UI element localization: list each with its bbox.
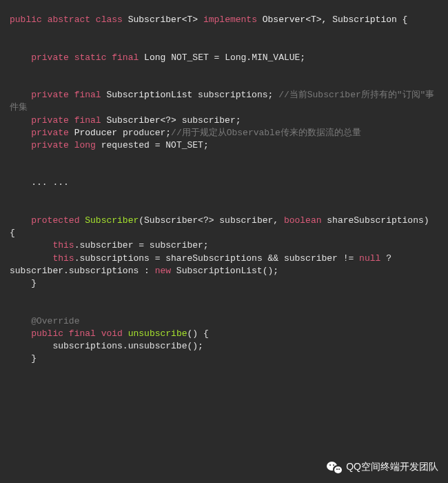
- blank-line: [10, 64, 438, 77]
- brace-close: }: [31, 353, 37, 364]
- code-line: private final SubscriptionList subscript…: [10, 89, 438, 114]
- code-text: () {: [187, 328, 209, 339]
- blank-line: [10, 202, 438, 215]
- code-text: subscriptions;: [198, 90, 273, 100]
- classname: Subscriber<T>: [128, 14, 198, 25]
- keyword-final: final: [69, 328, 96, 339]
- type: Long: [144, 52, 165, 63]
- code-line: ... ...: [10, 177, 438, 189]
- code-line: }: [10, 277, 438, 290]
- code-text: subscriber;: [182, 115, 241, 126]
- blank-line: [10, 77, 438, 89]
- code-line: private Producer producer;//用于规定从Observa…: [10, 127, 438, 139]
- keyword-private: private: [31, 115, 69, 126]
- method-name: unsubscribe: [128, 328, 187, 339]
- keyword-null: null: [359, 253, 380, 264]
- keyword-void: void: [101, 328, 123, 339]
- keyword-public: public: [31, 328, 63, 339]
- code-line: private long requested = NOT_SET;: [10, 139, 438, 152]
- method-name: Subscriber: [85, 215, 139, 226]
- blank-line: [10, 290, 438, 302]
- type: Subscriber<?>: [106, 115, 176, 126]
- code-line: private final Subscriber<?> subscriber;: [10, 115, 438, 127]
- code-text: NOT_SET = Long.MIN_VALUE;: [171, 52, 305, 63]
- blank-line: [10, 190, 438, 202]
- keyword-private: private: [31, 90, 69, 100]
- code-line: this.subscriptions = shareSubscriptions …: [10, 253, 438, 277]
- keyword-abstract: abstract: [48, 14, 90, 25]
- code-text: subscriptions.unsubscribe();: [52, 341, 203, 351]
- wechat-icon: [327, 461, 342, 473]
- keyword-final: final: [112, 52, 139, 63]
- code-line: subscriptions.unsubscribe();: [10, 340, 438, 353]
- keyword-final: final: [74, 90, 101, 100]
- keyword-long: long: [74, 140, 96, 150]
- code-line: private static final Long NOT_SET = Long…: [10, 52, 438, 64]
- blank-line: [10, 302, 438, 315]
- blank-line: [10, 152, 438, 164]
- type: SubscriptionList: [106, 90, 192, 100]
- keyword-final: final: [74, 115, 101, 126]
- annotation-override: @Override: [31, 316, 79, 326]
- code-line: protected Subscriber(Subscriber<?> subsc…: [10, 215, 438, 239]
- keyword-private: private: [31, 128, 69, 138]
- blank-line: [10, 26, 438, 39]
- blank-line: [10, 164, 438, 177]
- keyword-private: private: [31, 140, 69, 150]
- type: Producer: [74, 128, 117, 138]
- code-text: requested = NOT_SET;: [101, 140, 209, 150]
- code-line: public final void unsubscribe() {: [10, 328, 438, 340]
- code-line: }: [10, 353, 438, 365]
- keyword-this: this: [52, 253, 74, 264]
- keyword-static: static: [74, 52, 107, 63]
- keyword-class: class: [96, 14, 123, 25]
- blank-line: [10, 39, 438, 51]
- code-block: public abstract class Subscriber<T> impl…: [0, 0, 448, 379]
- code-text: producer;: [123, 128, 171, 138]
- keyword-new: new: [155, 266, 171, 276]
- keyword-private: private: [31, 52, 69, 63]
- code-line: public abstract class Subscriber<T> impl…: [10, 14, 438, 26]
- code-text: (Subscriber<?> subscriber,: [139, 215, 284, 226]
- code-text: SubscriptionList();: [171, 266, 278, 276]
- keyword-public: public: [10, 14, 42, 25]
- ellipsis: ... ...: [31, 177, 69, 188]
- code-line: this.subscriber = subscriber;: [10, 239, 438, 252]
- keyword-boolean: boolean: [284, 215, 322, 226]
- watermark-text: QQ空间终端开发团队: [346, 461, 438, 473]
- code-line: @Override: [10, 315, 438, 328]
- keyword-this: this: [52, 240, 74, 250]
- brace-close: }: [31, 278, 37, 288]
- watermark: QQ空间终端开发团队: [327, 461, 438, 473]
- code-text: .subscriptions = shareSubscriptions && s…: [74, 253, 359, 264]
- comment: //用于规定从Observable传来的数据流的总量: [171, 128, 361, 138]
- keyword-implements: implements: [203, 14, 257, 25]
- code-text: .subscriber = subscriber;: [74, 240, 209, 250]
- keyword-protected: protected: [31, 215, 79, 226]
- classname: Observer<T>, Subscription {: [263, 14, 408, 25]
